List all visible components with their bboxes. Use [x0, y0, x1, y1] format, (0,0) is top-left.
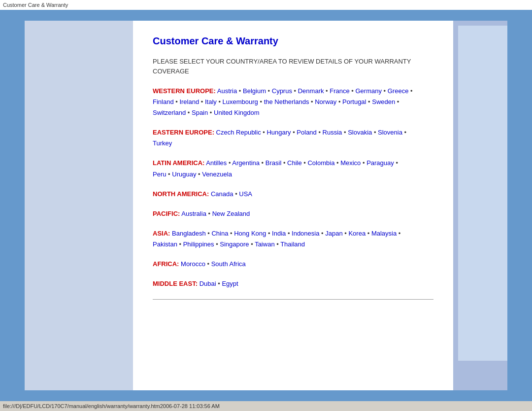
country-paraguay[interactable]: Paraguay	[366, 159, 394, 167]
right-sidebar	[453, 21, 507, 390]
status-bar-text: file:///D|/EDFU/LCD/170C7/manual/english…	[3, 403, 220, 409]
country-denmark[interactable]: Denmark	[298, 87, 324, 95]
region-label-africa: AFRICA:	[153, 260, 179, 268]
outer-frame: Customer Care & Warranty PLEASE SELECT Y…	[0, 10, 532, 401]
title-bar-text: Customer Care & Warranty	[3, 2, 68, 8]
region-north-america: NORTH AMERICA: Canada • USA	[153, 189, 433, 200]
left-sidebar	[25, 21, 133, 390]
region-asia: ASIA: Bangladesh • China • Hong Kong • I…	[153, 228, 433, 250]
region-label-western-europe: WESTERN EUROPE:	[153, 87, 216, 95]
country-slovakia[interactable]: Slovakia	[348, 129, 372, 136]
country-poland[interactable]: Poland	[297, 129, 316, 136]
country-uruguay[interactable]: Uruguay	[172, 171, 196, 178]
country-france[interactable]: France	[330, 87, 349, 95]
country-japan[interactable]: Japan	[325, 230, 342, 237]
country-indonesia[interactable]: Indonesia	[292, 230, 319, 237]
content-area: Customer Care & Warranty PLEASE SELECT Y…	[133, 21, 453, 390]
country-egypt[interactable]: Egypt	[222, 280, 238, 287]
country-spain[interactable]: Spain	[192, 109, 208, 116]
country-philippines[interactable]: Philippines	[183, 240, 214, 248]
country-venezuela[interactable]: Venezuela	[202, 171, 232, 178]
title-bar: Customer Care & Warranty	[0, 0, 532, 10]
region-label-asia: ASIA:	[153, 230, 170, 237]
country-turkey[interactable]: Turkey	[153, 139, 172, 147]
country-czech-republic[interactable]: Czech Republic	[216, 129, 261, 136]
country-netherlands[interactable]: the Netherlands	[264, 98, 309, 105]
country-new-zealand[interactable]: New Zealand	[212, 210, 250, 217]
page-title: Customer Care & Warranty	[153, 35, 433, 47]
country-belgium[interactable]: Belgium	[243, 87, 266, 95]
country-bangladesh[interactable]: Bangladesh	[172, 230, 206, 237]
region-latin-america: LATIN AMERICA: Antilles • Argentina • Br…	[153, 158, 433, 179]
country-luxembourg[interactable]: Luxembourg	[223, 98, 258, 105]
region-label-pacific: PACIFIC:	[153, 210, 180, 217]
country-switzerland[interactable]: Switzerland	[153, 109, 186, 116]
country-brasil[interactable]: Brasil	[266, 159, 282, 167]
country-morocco[interactable]: Morocco	[181, 260, 205, 268]
country-chile[interactable]: Chile	[287, 159, 302, 167]
country-antilles[interactable]: Antilles	[206, 159, 227, 167]
country-greece[interactable]: Greece	[388, 87, 409, 95]
content-divider	[153, 299, 433, 300]
region-western-europe: WESTERN EUROPE: Austria • Belgium • Cypr…	[153, 86, 433, 118]
country-argentina[interactable]: Argentina	[232, 159, 260, 167]
instruction: PLEASE SELECT YOUR COUNTRY/AREA TO REVIE…	[153, 57, 433, 76]
region-label-latin-america: LATIN AMERICA:	[153, 159, 204, 167]
country-austria[interactable]: Austria	[217, 87, 237, 95]
country-canada[interactable]: Canada	[211, 190, 233, 198]
country-usa[interactable]: USA	[239, 190, 252, 198]
country-singapore[interactable]: Singapore	[220, 240, 249, 248]
country-korea[interactable]: Korea	[348, 230, 366, 237]
country-hungary[interactable]: Hungary	[266, 129, 291, 136]
country-russia[interactable]: Russia	[323, 129, 342, 136]
country-south-africa[interactable]: South Africa	[211, 260, 246, 268]
region-label-eastern-europe: EASTERN EUROPE:	[153, 129, 214, 136]
region-eastern-europe: EASTERN EUROPE: Czech Republic • Hungary…	[153, 127, 433, 149]
right-sidebar-inner	[458, 26, 507, 361]
status-bar: file:///D|/EDFU/LCD/170C7/manual/english…	[0, 401, 532, 411]
region-label-north-america: NORTH AMERICA:	[153, 190, 209, 198]
region-pacific: PACIFIC: Australia • New Zealand	[153, 208, 433, 219]
country-australia[interactable]: Australia	[181, 210, 206, 217]
country-india[interactable]: India	[272, 230, 286, 237]
country-peru[interactable]: Peru	[153, 171, 166, 178]
country-finland[interactable]: Finland	[153, 98, 174, 105]
country-slovenia[interactable]: Slovenia	[378, 129, 402, 136]
country-norway[interactable]: Norway	[315, 98, 336, 105]
region-africa: AFRICA: Morocco • South Africa	[153, 259, 433, 270]
country-hong-kong[interactable]: Hong Kong	[234, 230, 266, 237]
country-pakistan[interactable]: Pakistan	[153, 240, 177, 248]
country-germany[interactable]: Germany	[356, 87, 382, 95]
country-malaysia[interactable]: Malaysia	[371, 230, 397, 237]
region-middle-east: MIDDLE EAST: Dubai • Egypt	[153, 278, 433, 289]
country-dubai[interactable]: Dubai	[200, 280, 216, 287]
page-container: Customer Care & Warranty PLEASE SELECT Y…	[25, 21, 507, 390]
country-portugal[interactable]: Portugal	[342, 98, 366, 105]
country-united-kingdom[interactable]: United Kingdom	[214, 109, 260, 116]
country-china[interactable]: China	[211, 230, 228, 237]
country-thailand[interactable]: Thailand	[280, 240, 305, 248]
country-sweden[interactable]: Sweden	[372, 98, 395, 105]
country-ireland[interactable]: Ireland	[179, 98, 199, 105]
country-cyprus[interactable]: Cyprus	[272, 87, 292, 95]
region-label-middle-east: MIDDLE EAST:	[153, 280, 198, 287]
country-mexico[interactable]: Mexico	[340, 159, 361, 167]
country-taiwan[interactable]: Taiwan	[255, 240, 274, 248]
country-colombia[interactable]: Colombia	[307, 159, 334, 167]
country-italy[interactable]: Italy	[205, 98, 217, 105]
